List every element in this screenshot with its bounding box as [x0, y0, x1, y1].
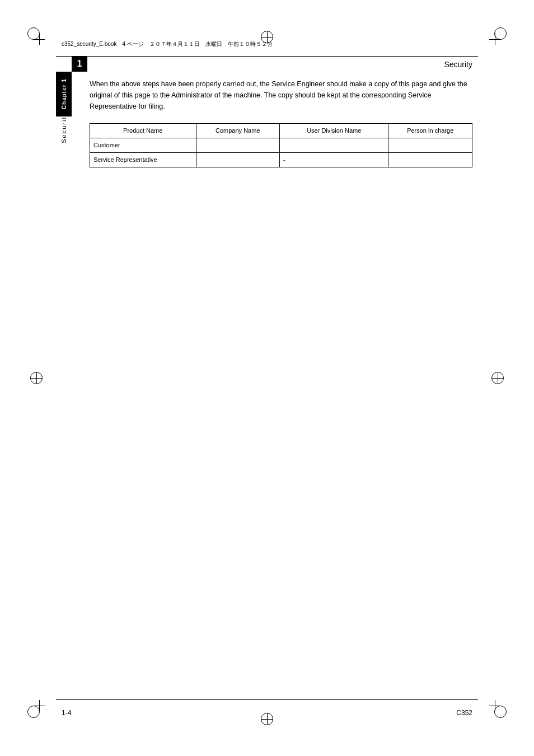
- footer-line: [56, 699, 478, 700]
- main-content: When the above steps have been properly …: [90, 78, 472, 167]
- table-header-row: Product Name Company Name User Division …: [90, 124, 472, 138]
- top-meta-bar: c352_security_E.book 4 ページ ２０７年４月１１日 水曜日…: [62, 40, 472, 48]
- chapter-tab: Chapter 1: [56, 72, 72, 116]
- header-file-info: c352_security_E.book 4 ページ ２０７年４月１１日 水曜日…: [62, 40, 273, 48]
- reg-cross-tl: [34, 34, 45, 45]
- page-container: c352_security_E.book 4 ページ ２０７年４月１１日 水曜日…: [0, 0, 534, 756]
- side-cross-left: [31, 372, 42, 384]
- cell-customer-company: [196, 138, 280, 153]
- sidebar-security-label: Security: [56, 112, 72, 143]
- cell-customer-division: [280, 138, 388, 153]
- footer-area: 1-4 C352: [62, 709, 472, 717]
- side-cross-right: [492, 372, 503, 384]
- reg-cross-br: [489, 700, 500, 711]
- table-row: Service Representative -: [90, 153, 472, 167]
- sidebar-label-text: Security: [60, 112, 67, 143]
- section-title: Security: [444, 60, 472, 69]
- chapter-number-box: 1: [72, 56, 87, 72]
- table-row: Customer: [90, 138, 472, 153]
- col-header-user-division: User Division Name: [280, 124, 388, 138]
- info-table: Product Name Company Name User Division …: [90, 123, 472, 167]
- cell-service-rep-division: -: [280, 153, 388, 167]
- footer-model-number: C352: [456, 709, 472, 717]
- footer-page-number: 1-4: [62, 709, 71, 717]
- cell-service-rep-person: [388, 153, 472, 167]
- cell-service-rep-company: [196, 153, 280, 167]
- cell-customer-label: Customer: [90, 138, 196, 153]
- header-line: [56, 56, 478, 57]
- chapter-label: Chapter 1: [61, 78, 67, 109]
- cell-customer-person: [388, 138, 472, 153]
- col-header-product: Product Name: [90, 124, 196, 138]
- main-paragraph: When the above steps have been properly …: [90, 78, 472, 112]
- chapter-number: 1: [77, 59, 82, 69]
- reg-cross-bl: [34, 700, 45, 711]
- reg-cross-tr: [489, 34, 500, 45]
- cell-service-rep-label: Service Representative: [90, 153, 196, 167]
- col-header-company: Company Name: [196, 124, 280, 138]
- col-header-person-in-charge: Person in charge: [388, 124, 472, 138]
